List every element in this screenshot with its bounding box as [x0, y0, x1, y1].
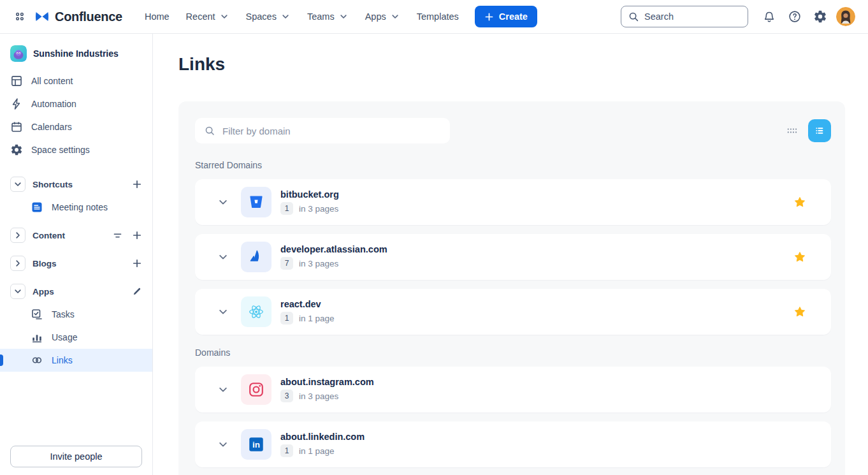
chevron-down-icon: [13, 179, 23, 189]
nav-item-teams[interactable]: Teams: [300, 7, 356, 26]
domain-info: react.dev1in 1 page: [280, 299, 335, 325]
expand-toggle-button[interactable]: [10, 284, 25, 299]
expand-row-button[interactable]: [217, 251, 229, 263]
expand-toggle-button[interactable]: [10, 256, 25, 271]
domain-row[interactable]: react.dev1in 1 page: [195, 289, 831, 335]
sidebar-item-calendars[interactable]: Calendars: [0, 115, 152, 138]
filter-box[interactable]: [195, 118, 450, 143]
plus-icon[interactable]: [132, 179, 142, 189]
link-count-badge: 1: [280, 202, 293, 215]
space-header[interactable]: Sunshine Industries: [0, 41, 152, 69]
user-avatar-image: [836, 7, 855, 26]
filter-input[interactable]: [222, 126, 441, 136]
domain-title: react.dev: [280, 299, 335, 309]
search-box[interactable]: [621, 6, 748, 27]
create-button[interactable]: Create: [475, 6, 537, 27]
primary-nav: HomeRecentSpacesTeamsAppsTemplates: [138, 7, 466, 26]
expand-row-button[interactable]: [217, 196, 229, 208]
domain-sections: Starred Domainsbitbucket.org1in 3 pagesd…: [195, 160, 831, 467]
nav-item-templates[interactable]: Templates: [410, 7, 466, 26]
search-input[interactable]: [644, 11, 741, 22]
notifications-button[interactable]: [758, 6, 780, 27]
sidebar-group-apps[interactable]: Apps: [0, 280, 152, 303]
space-nav: All contentAutomationCalendarsSpace sett…: [0, 69, 152, 161]
chevron-down-lg-icon: [217, 251, 229, 263]
expand-row-button[interactable]: [217, 305, 229, 318]
grid-view-button[interactable]: [781, 120, 803, 142]
chevron-down-lg-icon: [217, 383, 229, 396]
sidebar-group-content[interactable]: Content: [0, 224, 152, 247]
plus-icon[interactable]: [132, 258, 142, 268]
pencil-icon[interactable]: [132, 286, 142, 296]
domain-subtitle: 1in 1 page: [280, 312, 335, 325]
all-content-icon: [10, 75, 23, 87]
svg-text:in: in: [252, 440, 260, 449]
domain-row[interactable]: inabout.linkedin.com1in 1 page: [195, 421, 831, 467]
star-icon[interactable]: [793, 250, 807, 264]
expand-toggle-button[interactable]: [10, 177, 25, 192]
domain-title: about.instagram.com: [280, 377, 374, 387]
linkedin-logo-tile: in: [241, 429, 271, 460]
plus-icon[interactable]: [132, 230, 142, 240]
app-switcher-button[interactable]: [9, 6, 31, 27]
list-view-icon: [813, 124, 826, 137]
sidebar-item-automation[interactable]: Automation: [0, 92, 152, 115]
calendar-icon: [10, 121, 23, 133]
domain-row[interactable]: developer.atlassian.com7in 3 pages: [195, 234, 831, 280]
expand-row-button[interactable]: [217, 383, 229, 396]
domain-info: developer.atlassian.com7in 3 pages: [280, 244, 387, 270]
sidebar-item-tasks[interactable]: Tasks: [0, 303, 152, 326]
pages-text: in 3 pages: [299, 259, 338, 268]
sidebar-group-label: Apps: [33, 287, 54, 296]
settings-button[interactable]: [809, 6, 831, 27]
pages-text: in 1 page: [299, 446, 335, 456]
nav-item-label: Teams: [307, 11, 335, 22]
chevron-down-icon: [280, 11, 291, 22]
tasks-icon: [31, 308, 43, 321]
sidebar-item-space-settings[interactable]: Space settings: [0, 138, 152, 161]
expand-toggle-button[interactable]: [10, 228, 25, 243]
atlassian-logo-icon: [247, 248, 265, 266]
topbar-left: Confluence HomeRecentSpacesTeamsAppsTemp…: [9, 6, 537, 27]
usage-icon: [31, 331, 43, 344]
link-count-badge: 1: [280, 444, 293, 457]
star-icon[interactable]: [793, 195, 807, 209]
pages-text: in 3 pages: [299, 391, 338, 401]
domain-subtitle: 7in 3 pages: [280, 257, 387, 270]
sidebar-item-usage[interactable]: Usage: [0, 326, 152, 349]
domain-row[interactable]: bitbucket.org1in 3 pages: [195, 179, 831, 225]
invite-people-button[interactable]: Invite people: [10, 446, 142, 467]
chevron-down-icon: [219, 11, 229, 22]
help-button[interactable]: [784, 6, 806, 27]
grid-view-icon: [786, 124, 799, 137]
star-icon[interactable]: [793, 305, 807, 319]
domain-row[interactable]: about.instagram.com3in 3 pages: [195, 367, 831, 413]
domain-section: Starred Domainsbitbucket.org1in 3 pagesd…: [195, 160, 831, 335]
sidebar-item-all-content[interactable]: All content: [0, 69, 152, 92]
instagram-logo-tile: [241, 374, 271, 405]
topbar-right: [621, 6, 857, 27]
chevron-down-lg-icon: [217, 305, 229, 318]
nav-item-recent[interactable]: Recent: [179, 7, 236, 26]
sidebar-item-label: Automation: [31, 99, 76, 109]
filter-icon[interactable]: [112, 230, 123, 241]
sidebar-item-label: Usage: [52, 332, 77, 342]
linkedin-logo-icon: in: [247, 435, 265, 453]
nav-item-spaces[interactable]: Spaces: [239, 7, 298, 26]
nav-item-home[interactable]: Home: [138, 7, 177, 26]
gear-icon: [813, 10, 827, 24]
nav-item-apps[interactable]: Apps: [358, 7, 407, 26]
sidebar-group-blogs[interactable]: Blogs: [0, 252, 152, 275]
page-title: Links: [178, 54, 845, 75]
confluence-logo[interactable]: Confluence: [34, 9, 122, 24]
doc-icon: [31, 201, 43, 214]
list-view-button[interactable]: [808, 119, 831, 142]
sidebar-item-meeting-notes[interactable]: Meeting notes: [0, 196, 152, 219]
chevron-down-lg-icon: [217, 438, 229, 451]
sidebar-item-links[interactable]: Links: [0, 349, 152, 372]
atlassian-logo-tile: [241, 242, 271, 272]
pages-text: in 1 page: [299, 314, 335, 323]
user-avatar[interactable]: [835, 6, 857, 27]
sidebar-group-shortcuts[interactable]: Shortcuts: [0, 173, 152, 196]
expand-row-button[interactable]: [217, 438, 229, 451]
